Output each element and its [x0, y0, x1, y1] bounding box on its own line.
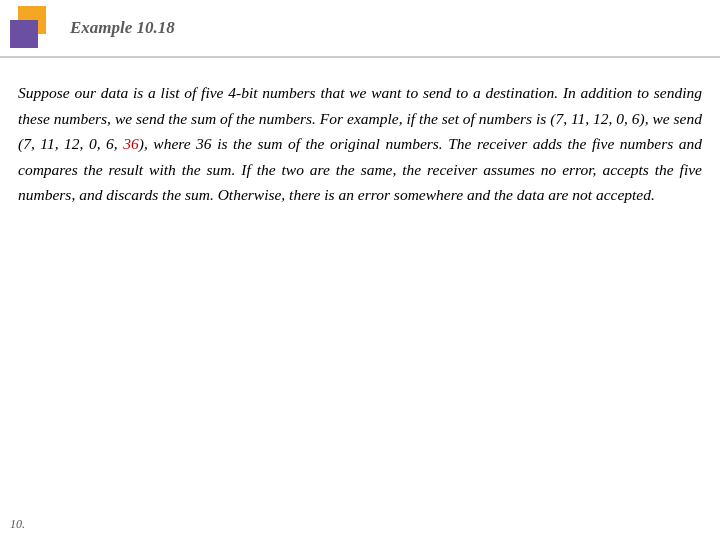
body-paragraph: Suppose our data is a list of five 4-bit…	[18, 80, 702, 208]
example-title: Example 10.18	[70, 18, 175, 38]
highlight-number: 36	[123, 135, 139, 152]
footer: 10.	[10, 517, 25, 532]
page-number: 10.	[10, 517, 25, 531]
main-content: Suppose our data is a list of five 4-bit…	[0, 58, 720, 218]
header-bar: Example 10.18	[0, 0, 720, 58]
logo-block	[10, 6, 62, 50]
logo-square-purple	[10, 20, 38, 48]
